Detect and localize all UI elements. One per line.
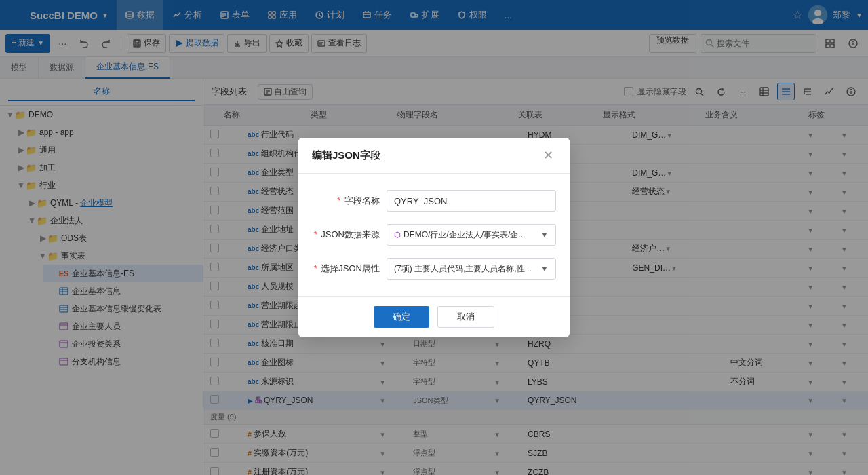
- field-name-required: *: [337, 195, 340, 206]
- json-source-dropdown-icon: ▼: [540, 230, 549, 240]
- modal-body: * 字段名称 * JSON数据来源 ⬡ DEMO/行业/企业法人/事实表/企..…: [298, 174, 570, 296]
- cancel-button[interactable]: 取消: [437, 306, 494, 328]
- confirm-button[interactable]: 确定: [374, 306, 429, 328]
- json-attr-dropdown-icon: ▼: [540, 264, 549, 273]
- json-source-db-icon: ⬡: [394, 231, 401, 240]
- json-attr-select[interactable]: (7项) 主要人员代码,主要人员名称,性... ▼: [387, 258, 556, 280]
- modal-overlay[interactable]: 编辑JSON字段 ✕ * 字段名称 * JSON数据来源 ⬡ DEMO: [0, 0, 868, 475]
- json-attr-label: * 选择JSON属性: [312, 263, 380, 275]
- modal-close-button[interactable]: ✕: [540, 147, 556, 164]
- json-source-row: * JSON数据来源 ⬡ DEMO/行业/企业法人/事实表/企... ▼: [312, 224, 556, 246]
- json-attr-row: * 选择JSON属性 (7项) 主要人员代码,主要人员名称,性... ▼: [312, 258, 556, 280]
- modal-footer: 确定 取消: [298, 296, 570, 337]
- json-attr-value: (7项) 主要人员代码,主要人员名称,性...: [394, 263, 540, 275]
- field-name-row: * 字段名称: [312, 190, 556, 212]
- json-source-select[interactable]: ⬡ DEMO/行业/企业法人/事实表/企... ▼: [387, 224, 556, 246]
- field-name-label: * 字段名称: [312, 195, 380, 207]
- modal-header: 编辑JSON字段 ✕: [298, 138, 570, 174]
- json-source-required: *: [314, 229, 317, 240]
- json-source-value: DEMO/行业/企业法人/事实表/企...: [403, 229, 540, 241]
- json-source-label: * JSON数据来源: [312, 229, 380, 241]
- field-name-input[interactable]: [387, 190, 556, 212]
- modal-edit-json: 编辑JSON字段 ✕ * 字段名称 * JSON数据来源 ⬡ DEMO: [298, 138, 570, 337]
- modal-title: 编辑JSON字段: [312, 149, 380, 162]
- json-attr-required: *: [314, 263, 317, 273]
